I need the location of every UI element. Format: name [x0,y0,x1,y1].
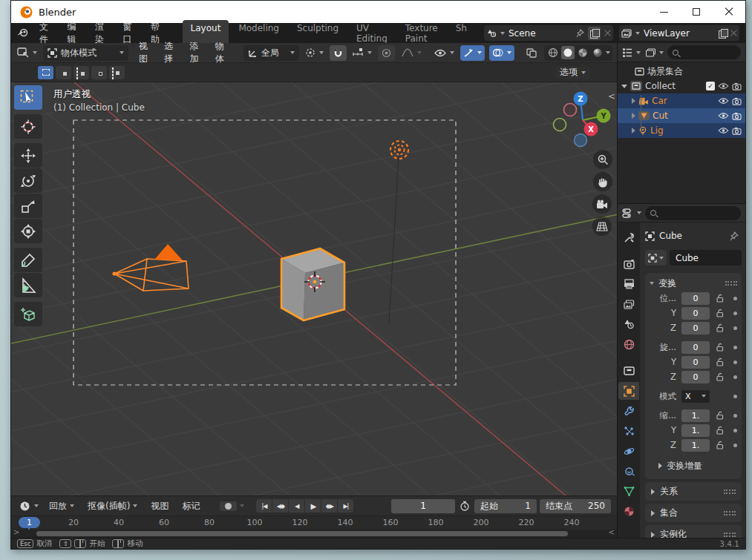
xray-toggle-button[interactable] [523,45,540,61]
location-y-lock-icon[interactable] [713,309,727,317]
select-mode-intersect-button[interactable] [109,66,125,79]
location-z-animate-dot[interactable] [733,326,737,330]
scale-y-lock-icon[interactable] [713,426,727,435]
relations-panel[interactable]: 关系 [645,482,742,501]
pin-id-icon[interactable] [730,231,739,241]
rotation-x-animate-dot[interactable] [733,346,737,349]
rotation-mode-dropdown[interactable]: X [681,390,710,403]
instancing-panel[interactable]: 实例化 [645,525,742,538]
delta-transform-subpanel[interactable]: 变换增量 [648,458,739,473]
keying-set-chevron-icon[interactable] [240,504,244,507]
prev-keyframe-button[interactable]: ◀◆ [272,499,288,513]
scale-y-field[interactable]: 1. [681,424,710,437]
remove-view-layer-icon[interactable] [730,30,737,36]
unlink-scene-icon[interactable] [604,30,611,36]
collection-name[interactable]: Collect [645,81,703,91]
close-button[interactable] [713,1,745,23]
collection-checkbox[interactable]: ✓ [706,82,715,90]
tab-object[interactable] [618,382,639,400]
location-x-animate-dot[interactable] [733,297,737,300]
play-button[interactable]: ▶ [305,499,321,513]
editor-type-button[interactable] [16,45,39,61]
tool-transform[interactable] [14,219,42,243]
tab-modifiers[interactable] [618,402,639,420]
tool-add-cube[interactable] [14,302,42,326]
new-scene-icon[interactable] [588,27,601,40]
sidebar-collapse-icon[interactable]: < [608,91,615,102]
collections-panel[interactable]: 集合 [645,504,742,522]
use-preview-range-icon[interactable] [460,501,470,511]
proportional-falloff-button[interactable] [399,45,424,61]
location-y-field[interactable]: 0 [681,307,710,320]
select-mode-set-button[interactable] [38,66,53,79]
location-x-field[interactable]: 0 [681,292,710,305]
tool-options-dropdown[interactable]: 选项 [555,66,590,79]
select-mode-extend-button[interactable] [56,66,71,79]
panel-grip-icon[interactable] [724,533,736,537]
shading-solid-button[interactable] [561,46,575,59]
collection-render-camera-icon[interactable] [732,82,742,90]
rotation-y-lock-icon[interactable] [713,358,727,366]
outliner-row-scene-collection[interactable]: 场景集合 [618,64,745,79]
pin-icon[interactable] [576,29,584,38]
camera-hide-eye-icon[interactable] [718,97,729,105]
outliner-editor-chevron-icon[interactable] [636,51,641,54]
rotation-x-lock-icon[interactable] [713,343,727,352]
outliner-row-light[interactable]: Lig [618,123,745,138]
properties-editor-chevron-icon[interactable] [637,211,641,214]
tab-material[interactable] [618,502,639,520]
auto-keying-button[interactable] [220,501,237,511]
panel-grip-icon[interactable] [724,511,736,515]
transform-orientation-selector[interactable]: 全局 [243,45,299,61]
frame-start-field[interactable]: 起始 1 [474,499,537,513]
panel-grip-icon[interactable] [725,281,737,286]
rotation-z-lock-icon[interactable] [713,372,727,381]
transform-panel-header[interactable]: 变换 [648,276,739,291]
shading-material-button[interactable] [576,46,589,59]
location-y-animate-dot[interactable] [733,312,737,315]
outliner-filter-button[interactable] [646,48,655,57]
scene-datablock-icon[interactable] [486,29,497,38]
mode-selector[interactable]: 物体模式 [43,45,128,61]
outliner-editor-type-button[interactable] [622,47,632,57]
show-object-types-button[interactable] [433,45,456,61]
rotation-z-field[interactable]: 0 [681,371,710,383]
pan-button[interactable] [593,172,612,191]
object-name-input[interactable]: Cube [670,250,742,266]
rotation-x-field[interactable]: 0 [681,341,710,354]
camera-object-name[interactable]: Car [652,96,715,106]
light-expand-icon[interactable] [632,128,635,134]
current-frame-indicator[interactable]: 1 [19,517,40,528]
light-hide-eye-icon[interactable] [718,127,729,134]
scale-y-animate-dot[interactable] [733,429,737,432]
jump-end-button[interactable]: ▶| [338,499,353,513]
select-mode-invert-button[interactable] [91,66,107,79]
tool-cursor[interactable] [14,114,42,139]
cube-render-toggle-icon[interactable] [732,112,742,120]
properties-editor-type-button[interactable] [622,208,633,218]
snap-target-button[interactable] [351,45,373,61]
tab-scene[interactable] [618,315,639,333]
tab-collection[interactable] [618,362,639,380]
rotation-z-animate-dot[interactable] [733,375,737,379]
tab-view-layer[interactable] [618,295,639,313]
camera-expand-icon[interactable] [632,98,635,104]
tab-render[interactable] [618,255,639,273]
current-frame-field[interactable]: 1 [391,499,455,513]
timeline-menu-playback[interactable]: 回放 [44,498,79,515]
gizmos-toggle-button[interactable] [460,45,485,61]
shading-rendered-button[interactable] [591,46,604,59]
viewport-3d[interactable]: Z Y X 用户透视 (1) Collection | Cube < [11,82,617,495]
play-reverse-button[interactable]: ◀ [289,499,304,513]
tab-physics[interactable] [618,442,639,460]
collection-hide-eye-icon[interactable] [718,82,729,90]
timeline-scrollbar[interactable] [36,531,568,536]
timeline-menu-keying[interactable]: 抠像(插帧) [82,498,143,515]
scale-x-animate-dot[interactable] [733,414,737,418]
scale-z-field[interactable]: 1. [681,439,710,452]
rotation-y-animate-dot[interactable] [733,360,737,364]
timeline-ruler[interactable]: 1 20 40 60 80 100 120 140 160 180 200 22… [11,515,617,530]
scene-browse-chevron-icon[interactable] [500,32,505,35]
view-layer-name[interactable]: ViewLayer [644,28,715,39]
scene-name[interactable]: Scene [509,28,572,39]
